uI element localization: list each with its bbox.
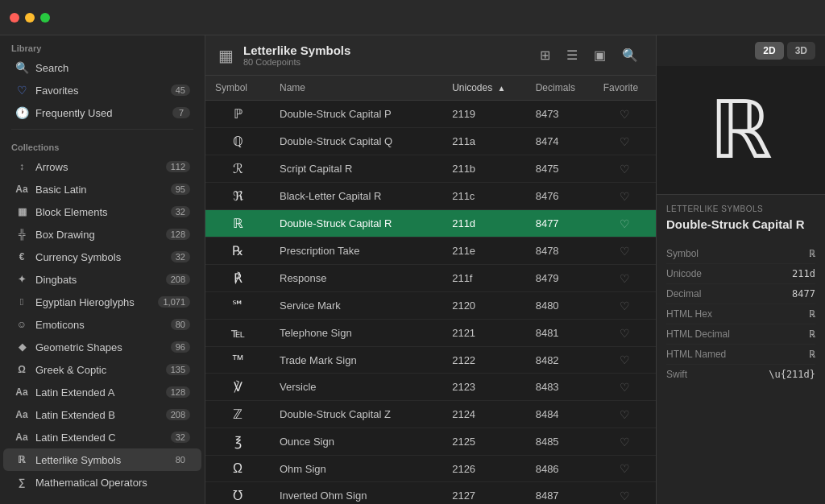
- traffic-lights: [10, 13, 50, 23]
- favorite-cell[interactable]: ♡: [594, 128, 656, 155]
- col-unicodes[interactable]: Unicodes ▲: [442, 76, 526, 101]
- sidebar-collections: ↕ Arrows 112 Aa Basic Latin 95 ▦ Block E…: [0, 155, 205, 494]
- sidebar-item-latin-extended-b[interactable]: Aa Latin Extended B 208: [3, 403, 201, 426]
- favorite-cell[interactable]: ♡: [594, 101, 656, 128]
- info-val[interactable]: 211d: [792, 268, 815, 279]
- sidebar-item-geometric-shapes[interactable]: ◆ Geometric Shapes 96: [3, 336, 201, 358]
- greek-coptic-icon: Ω: [15, 362, 29, 377]
- sidebar-item-egyptian-hieroglyphs[interactable]: 𓂀 Egyptian Hieroglyphs 1,071: [3, 291, 201, 313]
- favorite-cell[interactable]: ♡: [594, 428, 656, 456]
- minimize-button[interactable]: [25, 13, 35, 23]
- sidebar-item-label: Arrows: [35, 161, 166, 173]
- symbol-cell: ℡: [205, 320, 270, 347]
- symbol-info: LETTERLIKE SYMBOLS Double-Struck Capital…: [657, 195, 825, 504]
- collection-badge: 1,071: [158, 296, 190, 308]
- favorite-cell[interactable]: ♡: [594, 456, 656, 482]
- symbol-cell: ℙ: [205, 101, 270, 128]
- table-row[interactable]: ℡ Telephone Sign 2121 8481 ♡: [205, 320, 656, 347]
- unicode-cell: 2120: [442, 292, 526, 320]
- table-row[interactable]: ℤ Double-Struck Capital Z 2124 8484 ♡: [205, 401, 656, 428]
- favorite-cell[interactable]: ♡: [594, 347, 656, 374]
- collection-badge: 128: [166, 229, 190, 240]
- sidebar-item-box-drawing[interactable]: ╬ Box Drawing 128: [3, 223, 201, 246]
- table-row[interactable]: ℟ Response 211f 8479 ♡: [205, 265, 656, 292]
- 2d-view-button[interactable]: 2D: [755, 42, 783, 60]
- sidebar-item-currency-symbols[interactable]: € Currency Symbols 32: [3, 246, 201, 268]
- favorite-cell[interactable]: ♡: [594, 401, 656, 428]
- col-name[interactable]: Name: [270, 76, 442, 101]
- 3d-view-button[interactable]: 3D: [787, 42, 815, 60]
- table-row[interactable]: ℜ Black-Letter Capital R 211c 8476 ♡: [205, 183, 656, 210]
- sidebar-item-label: Geometric Shapes: [35, 341, 171, 353]
- table-row[interactable]: ℚ Double-Struck Capital Q 211a 8474 ♡: [205, 128, 656, 155]
- table-row[interactable]: ™ Trade Mark Sign 2122 8482 ♡: [205, 347, 656, 374]
- col-symbol[interactable]: Symbol: [205, 76, 270, 101]
- favorite-cell[interactable]: ♡: [594, 238, 656, 265]
- sidebar-item-favorites[interactable]: ♡ Favorites 45: [3, 79, 201, 101]
- sidebar-frequently-used-label: Frequently Used: [35, 107, 172, 119]
- favorite-cell[interactable]: ♡: [594, 482, 656, 505]
- symbol-cell: ℣: [205, 374, 270, 401]
- name-cell: Response: [270, 265, 442, 292]
- favorite-cell[interactable]: ♡: [594, 155, 656, 183]
- name-cell: Service Mark: [270, 292, 442, 320]
- close-button[interactable]: [10, 13, 19, 23]
- search-button[interactable]: 🔍: [617, 44, 643, 66]
- favorite-cell[interactable]: ♡: [594, 374, 656, 401]
- sidebar-item-greek-coptic[interactable]: Ω Greek & Coptic 135: [3, 358, 201, 381]
- name-cell: Ohm Sign: [270, 456, 442, 482]
- main-content: ▦ Letterlike Symbols 80 Codepoints ⊞ ☰ ▣…: [205, 0, 656, 504]
- col-decimals[interactable]: Decimals: [526, 76, 594, 101]
- sidebar-item-mathematical-operators[interactable]: ∑ Mathematical Operators: [3, 471, 201, 494]
- sidebar-item-basic-latin[interactable]: Aa Basic Latin 95: [3, 178, 201, 200]
- sidebar-item-latin-extended-a[interactable]: Aa Latin Extended A 128: [3, 381, 201, 403]
- sidebar-item-emoticons[interactable]: ☺ Emoticons 80: [3, 313, 201, 336]
- grid-view-button[interactable]: ⊞: [535, 44, 555, 66]
- info-val[interactable]: ℝ: [810, 328, 815, 340]
- col-favorite[interactable]: Favorite: [594, 76, 656, 101]
- table-row[interactable]: ℙ Double-Struck Capital P 2119 8473 ♡: [205, 101, 656, 128]
- currency-symbols-icon: €: [15, 250, 29, 264]
- unicode-cell: 2123: [442, 374, 526, 401]
- fullscreen-button[interactable]: [40, 13, 50, 23]
- symbols-table: Symbol Name Unicodes ▲ Decimals Favorite…: [205, 76, 656, 504]
- info-val[interactable]: \u{211d}: [769, 369, 815, 380]
- favorite-cell[interactable]: ♡: [594, 320, 656, 347]
- table-row[interactable]: ℥ Ounce Sign 2125 8485 ♡: [205, 428, 656, 456]
- collection-badge: 135: [166, 364, 190, 375]
- list-view-button[interactable]: ☰: [562, 44, 582, 66]
- info-val[interactable]: ℝ: [810, 248, 815, 259]
- sidebar-item-frequently-used[interactable]: 🕐 Frequently Used 7: [3, 101, 201, 124]
- table-row[interactable]: Ω Ohm Sign 2126 8486 ♡: [205, 456, 656, 482]
- info-val[interactable]: ℝ: [810, 349, 815, 360]
- favorite-cell[interactable]: ♡: [594, 292, 656, 320]
- table-row[interactable]: ℛ Script Capital R 211b 8475 ♡: [205, 155, 656, 183]
- sidebar-item-arrows[interactable]: ↕ Arrows 112: [3, 155, 201, 178]
- unicode-cell: 2124: [442, 401, 526, 428]
- favorite-cell[interactable]: ♡: [594, 210, 656, 238]
- info-val[interactable]: ℝ: [810, 308, 815, 320]
- panel-view-button[interactable]: ▣: [589, 44, 611, 66]
- sidebar-item-letterlike-symbols[interactable]: ℝ Letterlike Symbols 80: [3, 448, 201, 471]
- collection-badge: 128: [166, 386, 190, 398]
- table-row[interactable]: ℝ Double-Struck Capital R 211d 8477 ♡: [205, 210, 656, 238]
- info-key: HTML Named: [666, 349, 726, 360]
- table-row[interactable]: ℞ Prescription Take 211e 8478 ♡: [205, 238, 656, 265]
- latin-extended-c-icon: Aa: [15, 430, 29, 444]
- favorite-cell[interactable]: ♡: [594, 265, 656, 292]
- latin-extended-b-icon: Aa: [15, 407, 29, 422]
- decimal-cell: 8474: [526, 128, 594, 155]
- decimal-cell: 8483: [526, 374, 594, 401]
- sidebar-item-latin-extended-c[interactable]: Aa Latin Extended C 32: [3, 426, 201, 448]
- sidebar-item-block-elements[interactable]: ▦ Block Elements 32: [3, 200, 201, 223]
- favorite-cell[interactable]: ♡: [594, 183, 656, 210]
- table-row[interactable]: ℣ Versicle 2123 8483 ♡: [205, 374, 656, 401]
- info-val[interactable]: 8477: [792, 288, 815, 300]
- sidebar-item-dingbats[interactable]: ✦ Dingbats 208: [3, 268, 201, 291]
- unicode-cell: 2127: [442, 482, 526, 505]
- table-row[interactable]: ℧ Inverted Ohm Sign 2127 8487 ♡: [205, 482, 656, 505]
- sidebar-item-label: Box Drawing: [35, 229, 166, 241]
- decimal-cell: 8485: [526, 428, 594, 456]
- table-row[interactable]: ℠ Service Mark 2120 8480 ♡: [205, 292, 656, 320]
- sidebar-item-search[interactable]: 🔍 Search: [3, 56, 201, 79]
